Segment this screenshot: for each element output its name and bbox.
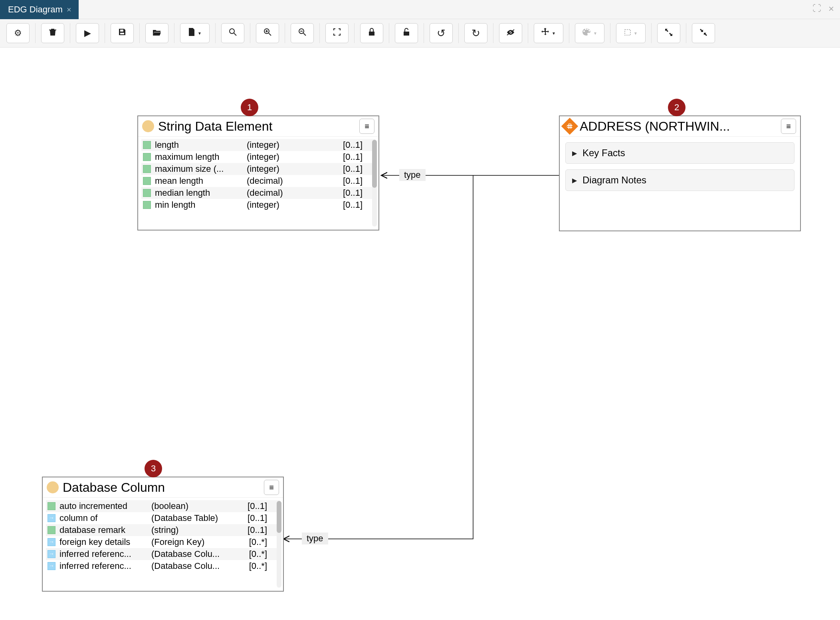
property-name: database remark xyxy=(59,525,147,535)
property-name: median length xyxy=(155,188,243,198)
unlock-button[interactable] xyxy=(395,23,418,43)
property-row[interactable]: median length(decimal)[0..1] xyxy=(141,187,375,199)
property-datatype: (integer) xyxy=(247,164,335,174)
property-row[interactable]: foreign key details(Foreign Key)[0..*] xyxy=(46,536,280,548)
property-type-icon xyxy=(143,165,151,173)
settings-button[interactable]: ⚙ xyxy=(6,23,30,43)
tab-edg-diagram[interactable]: EDG Diagram × xyxy=(0,0,79,19)
search-button[interactable] xyxy=(221,23,244,43)
property-row[interactable]: maximum size (...(integer)[0..1] xyxy=(141,163,375,175)
chevron-down-icon: ▼ xyxy=(593,31,597,36)
expand-arrows-icon xyxy=(665,28,672,38)
property-row[interactable]: database remark(string)[0..1] xyxy=(46,524,280,536)
property-name: inferred referenc... xyxy=(59,549,147,559)
scrollbar-thumb[interactable] xyxy=(372,140,377,188)
property-datatype: (integer) xyxy=(247,140,335,150)
redo-icon: ↻ xyxy=(472,27,480,40)
property-cardinality: [0..1] xyxy=(339,152,363,162)
zoom-out-button[interactable] xyxy=(291,23,314,43)
expand-button[interactable] xyxy=(657,23,680,43)
property-row[interactable]: inferred referenc...(Database Colu...[0.… xyxy=(46,560,280,572)
property-datatype: (decimal) xyxy=(247,188,335,198)
scrollbar-thumb[interactable] xyxy=(277,501,281,533)
node-string-data-element[interactable]: String Data Element ≡ length(integer)[0.… xyxy=(137,115,379,231)
export-image-button[interactable]: ▼ xyxy=(180,23,210,43)
property-type-icon xyxy=(143,189,151,197)
node-address[interactable]: ADDRESS (NORTHWIN... ≡ ▶ Key Facts ▶ Dia… xyxy=(559,115,801,231)
property-type-icon xyxy=(48,514,55,522)
svg-line-3 xyxy=(269,33,271,36)
move-button[interactable]: ▼ xyxy=(534,23,563,43)
search-icon xyxy=(229,28,237,38)
section-key-facts[interactable]: ▶ Key Facts xyxy=(565,142,794,164)
property-cardinality: [0..1] xyxy=(339,140,363,150)
node-header: String Data Element ≡ xyxy=(138,116,378,137)
collapse-button[interactable] xyxy=(692,23,715,43)
trash-icon xyxy=(49,28,56,38)
move-icon xyxy=(541,28,549,38)
crop-button[interactable]: ▼ xyxy=(616,23,646,43)
svg-rect-10 xyxy=(404,32,409,36)
property-row[interactable]: auto incremented(boolean)[0..1] xyxy=(46,500,280,512)
hide-button[interactable] xyxy=(499,23,522,43)
property-row[interactable]: inferred referenc...(Database Colu...[0.… xyxy=(46,548,280,560)
node-title: ADDRESS (NORTHWIN... xyxy=(580,119,777,134)
redo-button[interactable]: ↻ xyxy=(464,23,487,43)
node-menu-button[interactable]: ≡ xyxy=(264,480,279,495)
property-row[interactable]: length(integer)[0..1] xyxy=(141,139,375,151)
node-title: String Data Element xyxy=(158,119,355,134)
close-tab-icon[interactable]: × xyxy=(67,5,71,14)
undo-button[interactable]: ↺ xyxy=(430,23,453,43)
property-cardinality: [0..1] xyxy=(339,164,363,174)
chevron-down-icon: ▼ xyxy=(552,31,556,36)
property-cardinality: [0..*] xyxy=(243,537,267,547)
fit-screen-button[interactable] xyxy=(325,23,349,43)
node-badge-3: 3 xyxy=(145,460,162,477)
property-name: maximum size (... xyxy=(155,164,243,174)
toolbar: ⚙ ▶ ▼ ↺ ↻ ▼ ▼ ▼ xyxy=(0,19,840,48)
edge-label-type-2: type xyxy=(302,533,328,544)
property-datatype: (string) xyxy=(151,525,239,535)
close-panel-icon[interactable]: × xyxy=(828,3,834,14)
section-diagram-notes[interactable]: ▶ Diagram Notes xyxy=(565,169,794,191)
property-cardinality: [0..*] xyxy=(243,561,267,571)
chevron-right-icon: ▶ xyxy=(572,149,577,157)
node-badge-1: 1 xyxy=(241,99,258,116)
edge-label-type-1: type xyxy=(399,169,426,181)
property-datatype: (integer) xyxy=(247,152,335,162)
maximize-panel-icon[interactable]: ⛶ xyxy=(812,3,821,14)
property-name: column of xyxy=(59,513,147,523)
save-button[interactable] xyxy=(111,23,134,43)
svg-point-0 xyxy=(230,29,234,34)
property-datatype: (decimal) xyxy=(247,176,335,186)
chevron-down-icon: ▼ xyxy=(634,31,638,36)
property-name: min length xyxy=(155,200,243,210)
svg-rect-9 xyxy=(369,32,374,36)
diagram-canvas[interactable]: type type 1 String Data Element ≡ length… xyxy=(0,48,840,620)
property-cardinality: [0..1] xyxy=(339,200,363,210)
run-button[interactable]: ▶ xyxy=(76,23,99,43)
lock-icon xyxy=(368,28,375,38)
property-row[interactable]: maximum length(integer)[0..1] xyxy=(141,151,375,163)
property-datatype: (boolean) xyxy=(151,501,239,511)
palette-icon xyxy=(582,28,591,38)
tab-bar: EDG Diagram × ⛶ × xyxy=(0,0,840,19)
open-button[interactable] xyxy=(145,23,168,43)
property-row[interactable]: column of(Database Table)[0..1] xyxy=(46,512,280,524)
property-name: length xyxy=(155,140,243,150)
lock-button[interactable] xyxy=(360,23,383,43)
node-menu-button[interactable]: ≡ xyxy=(781,119,796,134)
zoom-in-button[interactable] xyxy=(256,23,279,43)
class-icon xyxy=(142,120,154,132)
node-body: length(integer)[0..1]maximum length(inte… xyxy=(138,137,378,230)
property-row[interactable]: min length(integer)[0..1] xyxy=(141,199,375,211)
palette-button[interactable]: ▼ xyxy=(575,23,604,43)
property-type-icon xyxy=(143,177,151,185)
node-database-column[interactable]: Database Column ≡ auto incremented(boole… xyxy=(42,477,284,592)
node-header: ADDRESS (NORTHWIN... ≡ xyxy=(560,116,800,137)
node-menu-button[interactable]: ≡ xyxy=(359,119,374,134)
property-type-icon xyxy=(48,502,55,510)
delete-button[interactable] xyxy=(41,23,64,43)
property-row[interactable]: mean length(decimal)[0..1] xyxy=(141,175,375,187)
tab-title: EDG Diagram xyxy=(8,4,63,15)
